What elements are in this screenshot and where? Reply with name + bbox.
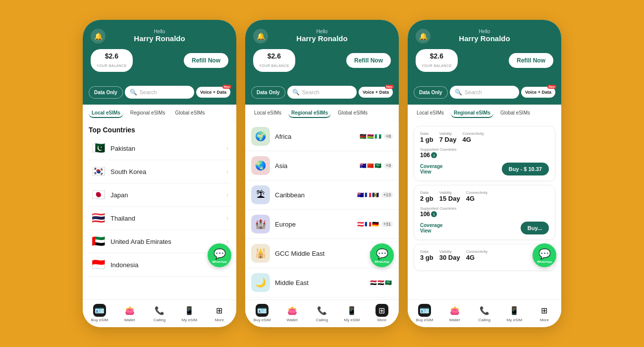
data-only-tab[interactable]: Data Only [89,86,123,99]
greeting-text: Hello [134,29,185,34]
region-flags: 🇦🇹 🇫🇷 🇩🇪 +31 [356,220,393,229]
list-item[interactable]: 🌍 Africa 🇰🇪 🇲🇺 🇳🇬 +8 [245,122,399,151]
wallet-icon-3: 👛 [448,304,461,317]
search-input-wrap[interactable]: 🔍 Search [125,86,194,99]
country-name: Indonesia [110,261,221,269]
plan-connectivity-label-2: Connectivity [466,190,488,195]
nav-calling-3[interactable]: 📞 Calling [475,304,494,322]
chevron-right-icon: › [226,215,228,222]
region-flags: 🇦🇺 🇫🇷 🇧🇧 +13 [356,190,393,199]
nav-more[interactable]: ⊞ More [210,304,229,322]
list-item[interactable]: 🌎 North America 🇺🇸 🇨🇦 🇲🇽 [245,297,399,299]
data-only-tab-2[interactable]: Data Only [251,86,285,99]
coverage-label-2[interactable]: CoverageView [420,223,443,233]
tab-global-esims-3[interactable]: Global eSIMs [497,109,533,118]
nav-my-esim-2[interactable]: 📱 My eSIM [342,304,362,322]
tab-global-esims[interactable]: Global eSIMs [172,109,208,118]
coverage-label[interactable]: CoverageView [420,164,443,174]
plan-connectivity-label: Connectivity [462,131,484,136]
region-name: GCC Middle East [275,250,364,257]
tab-local-esims-2[interactable]: Local eSIMs [251,109,284,118]
list-item[interactable]: 🏰 Europe 🇦🇹 🇫🇷 🇩🇪 +31 [245,210,399,239]
list-item[interactable]: 🇰🇷 South Korea › [89,160,230,183]
tab-regional-esims-2[interactable]: Regional eSIMs [288,109,331,118]
nav-my-esim[interactable]: 📱 My eSIM [179,304,199,322]
nav-calling-2[interactable]: 📞 Calling [312,304,332,322]
nav-buy-esim-2[interactable]: 🪪 Buy eSIM [252,304,272,322]
tab-regional-esims-3[interactable]: Regional eSIMs [451,109,493,118]
nav-more-label: More [215,318,224,322]
phone-body-2: 🌍 Africa 🇰🇪 🇲🇺 🇳🇬 +8 🌏 Asia 🇦🇺 🇨🇳 🇸🇦 +9 … [245,122,399,299]
list-item[interactable]: 🇯🇵 Japan › [89,183,230,207]
refill-button-3[interactable]: Refill Now [509,53,553,68]
tab-local-esims-3[interactable]: Local eSIMs [414,109,447,118]
more-icon-3: ⊞ [538,304,551,317]
user-name-2: Harry Ronaldo [296,34,347,43]
tab-regional-esims[interactable]: Regional eSIMs [127,109,168,118]
region-name: Middle East [275,279,364,287]
refill-button-2[interactable]: Refill Now [346,53,391,68]
country-name: South Korea [110,168,221,175]
voice-data-tab-2[interactable]: Voice + Data New [359,87,393,98]
nav-my-esim-3[interactable]: 📱 My eSIM [504,304,524,322]
country-flag-japan: 🇯🇵 [91,188,106,201]
nav-buy-esim[interactable]: 🪪 Buy eSIM [90,304,109,322]
nav-more-2[interactable]: ⊞ More [372,304,392,322]
buy-button[interactable]: Buy - $ 10.37 [502,163,549,175]
whatsapp-fab[interactable]: 💬 WhatsApp [208,243,231,267]
search-icon-3: 🔍 [455,89,462,96]
region-flags: 🇸🇾 🇮🇶 🇸🇦 [369,278,393,287]
my-esim-icon: 📱 [183,304,196,317]
region-icon-asia: 🌏 [251,156,270,175]
tab-global-esims-2[interactable]: Global eSIMs [335,109,371,118]
plan-connectivity-label-3: Connectivity [466,249,488,254]
whatsapp-fab-2[interactable]: 💬 WhatsApp [370,243,394,267]
nav-more-3[interactable]: ⊞ More [535,304,554,322]
region-name: Asia [275,162,354,170]
region-count: +8 [384,133,393,139]
section-title: Top Countries [89,126,230,134]
nav-label: My eSIM [507,318,523,322]
region-icon-africa: 🌍 [251,127,270,146]
nav-wallet-label: Wallet [124,318,135,322]
region-flags: 🇦🇺 🇨🇳 🇸🇦 +9 [359,161,393,170]
region-icon-caribbean: 🏝 [251,185,270,204]
list-item[interactable]: 🏝 Caribbean 🇦🇺 🇫🇷 🇧🇧 +13 [245,180,399,210]
country-name: United Arab Emirates [110,238,221,245]
nav-wallet[interactable]: 👛 Wallet [120,304,140,322]
nav-calling[interactable]: 📞 Calling [150,304,169,322]
voice-data-tab-3[interactable]: Voice + Data New [521,87,555,98]
bell-icon[interactable]: 🔔 [91,29,106,44]
list-item[interactable]: 🇵🇰 Pakistan › [89,137,230,160]
balance-amount-2: $2.6 [259,52,289,60]
voice-data-tab[interactable]: Voice + Data New [196,87,230,98]
balance-badge-2: $2.6 YOUR BALANCE [253,49,295,72]
search-input-wrap-3[interactable]: 🔍 Search [450,86,519,99]
list-item[interactable]: 🇹🇭 Thailand › [89,207,230,230]
balance-badge: $2.6 YOUR BALANCE [91,49,133,72]
info-icon: i [431,152,437,158]
tab-local-esims[interactable]: Local eSIMs [89,109,123,118]
region-name: Africa [275,133,354,140]
bell-icon-3[interactable]: 🔔 [416,29,430,44]
bell-icon-2[interactable]: 🔔 [253,29,268,44]
nav-wallet-3[interactable]: 👛 Wallet [445,304,465,322]
whatsapp-fab-3[interactable]: 💬 WhatsApp [533,243,556,267]
refill-button[interactable]: Refill Now [184,53,228,68]
whatsapp-icon: 💬 [214,248,226,260]
country-flag-pakistan: 🇵🇰 [91,142,106,155]
nav-wallet-2[interactable]: 👛 Wallet [282,304,302,322]
search-bar-section: Data Only 🔍 Search Voice + Data New [83,86,236,105]
supported-countries-label: Supported Countries [420,147,456,152]
list-item[interactable]: 🌙 Middle East 🇸🇾 🇮🇶 🇸🇦 [245,268,399,297]
country-flag-uae: 🇦🇪 [91,235,106,248]
list-item[interactable]: 🌏 Asia 🇦🇺 🇨🇳 🇸🇦 +9 [245,151,399,180]
buy-button-2[interactable]: Buy... [521,222,549,234]
nav-buy-esim-3[interactable]: 🪪 Buy eSIM [415,304,434,322]
nav-label: Calling [316,318,328,322]
search-input-wrap-2[interactable]: 🔍 Search [287,86,357,99]
data-only-tab-3[interactable]: Data Only [414,86,448,99]
header-2: 🔔 Hello Harry Ronaldo $2.6 YOUR BALANCE … [245,20,399,86]
plan-data-value-2: 2 gb [420,195,433,202]
user-name: Harry Ronaldo [134,34,185,43]
